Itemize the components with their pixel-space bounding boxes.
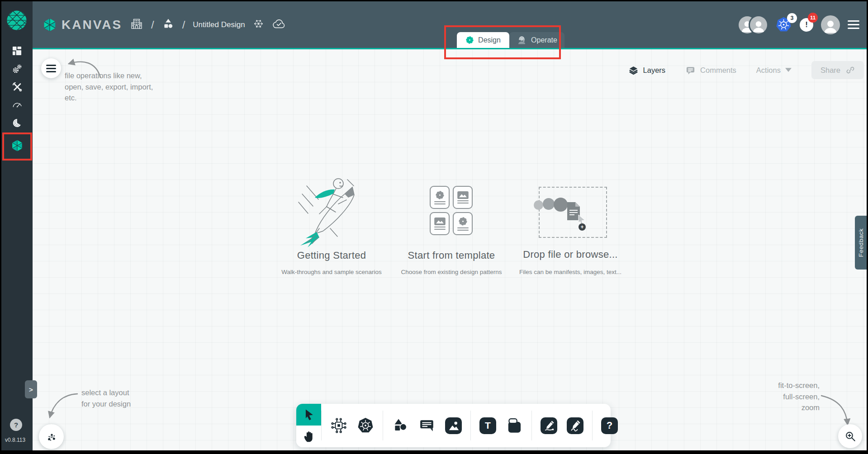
breadcrumb: / / Untitled Design [130, 1, 286, 48]
template-pinwheel-icon [435, 190, 445, 200]
drop-file-subtitle: Files can be manifests, images, text... [498, 269, 643, 275]
brand-wordmark: KANVAS [62, 18, 122, 32]
canvas-menu-icon [46, 65, 56, 72]
hand-icon [303, 430, 315, 443]
feedback-tab[interactable]: Feedback [855, 216, 867, 270]
component-tool[interactable] [330, 417, 347, 434]
comments-button[interactable]: Comments [685, 65, 736, 76]
canvas-menu-button[interactable] [41, 58, 61, 78]
left-sidebar: > ? v0.8.113 [1, 1, 33, 450]
text-tool[interactable]: T [479, 417, 496, 434]
template-tile[interactable] [453, 186, 473, 209]
select-tool[interactable] [296, 404, 321, 426]
pencil-icon [569, 419, 582, 432]
file-dropzone[interactable]: + [539, 187, 607, 238]
help-button[interactable]: ? [10, 419, 22, 431]
layers-button[interactable]: Layers [628, 65, 666, 76]
kanvas-logo-icon [43, 18, 57, 32]
organization-icon[interactable] [130, 17, 143, 33]
version-label: v0.8.113 [5, 437, 25, 443]
toolbar-group-draw [532, 417, 592, 434]
design-pinwheel-icon [465, 36, 474, 44]
template-tile[interactable] [430, 186, 450, 209]
dashboard-icon[interactable] [1, 45, 33, 57]
tab-design[interactable]: Design [457, 32, 509, 48]
kubernetes-icon [357, 417, 374, 434]
annotation-file-operations: file operations like new, open, save, ex… [65, 70, 153, 104]
workspace-shapes-icon[interactable] [162, 18, 175, 32]
extensions-icon[interactable] [1, 117, 33, 129]
drop-dot-medium [543, 198, 555, 210]
image-icon [447, 419, 460, 432]
operate-headset-icon [517, 35, 527, 45]
comment-tool[interactable] [418, 417, 436, 434]
share-button[interactable]: Share [811, 61, 864, 79]
kanvas-brand[interactable]: KANVAS [43, 1, 122, 48]
template-tile[interactable] [453, 212, 473, 235]
pen-icon [542, 419, 556, 432]
magnifier-plus-icon [844, 430, 856, 442]
design-name[interactable]: Untitled Design [193, 20, 245, 29]
kubernetes-tool[interactable] [357, 417, 374, 434]
sidebar-nav [1, 45, 33, 129]
sidebar-expand-chevron[interactable]: > [25, 380, 37, 398]
layers-label: Layers [643, 66, 666, 75]
shapes-icon [393, 418, 408, 433]
kanvas-app: > ? v0.8.113 KANVAS [1, 1, 867, 450]
configuration-tools-icon[interactable] [1, 81, 33, 93]
layer5-logo-icon[interactable] [6, 10, 27, 31]
tab-operate[interactable]: Operate [509, 32, 564, 48]
toolbar-group-annotate [383, 417, 470, 434]
mode-toggle: Design Operate [457, 32, 564, 48]
template-image-icon [434, 218, 446, 225]
shapes-tool[interactable] [392, 417, 409, 434]
template-tile[interactable] [430, 212, 450, 235]
drop-file-title[interactable]: Drop file or browse... [503, 249, 638, 260]
layout-selector-button[interactable] [39, 424, 64, 449]
image-tool[interactable] [445, 417, 462, 434]
kubernetes-context-button[interactable]: 3 [775, 16, 792, 33]
design-canvas[interactable]: file operations like new, open, save, ex… [33, 49, 867, 450]
pointer-tools [296, 404, 321, 447]
template-pinwheel-icon [458, 217, 468, 226]
collaborator-avatar-2[interactable] [750, 16, 767, 33]
collaborator-avatars[interactable] [739, 16, 767, 33]
getting-started-illustration [293, 174, 371, 249]
comments-label: Comments [700, 66, 736, 75]
start-from-template-title[interactable]: Start from template [384, 250, 519, 261]
actions-label: Actions [756, 66, 781, 75]
sidebar-item-kanvas[interactable] [1, 139, 33, 152]
performance-gauge-icon[interactable] [1, 99, 33, 111]
notifications-button[interactable]: ! 11 [800, 18, 813, 32]
section-tool[interactable] [506, 417, 523, 434]
annotation-select-layout: select a layout for your design [81, 387, 131, 409]
mesh-sync-icon[interactable] [253, 18, 264, 31]
sketch-tool[interactable] [567, 417, 583, 434]
comment-icon [419, 417, 435, 434]
header-right-cluster: 3 ! 11 [739, 1, 859, 48]
pan-tool[interactable] [296, 426, 321, 447]
tab-operate-label: Operate [531, 36, 557, 44]
header-menu-icon[interactable] [848, 20, 859, 29]
actions-dropdown[interactable]: Actions [756, 66, 792, 75]
section-tab-icon [506, 416, 523, 435]
toolbar-group-text: T [471, 417, 531, 434]
notification-count-badge: 11 [808, 13, 818, 23]
toolbar-group-components [322, 417, 383, 434]
feedback-label: Feedback [858, 228, 864, 257]
canvas-actionbar: Layers Comments Actions Share [628, 60, 864, 80]
getting-started-title[interactable]: Getting Started [264, 250, 399, 261]
tab-design-label: Design [478, 36, 501, 44]
lifecycle-gears-icon[interactable] [1, 63, 33, 75]
user-avatar[interactable] [821, 15, 840, 34]
plus-badge-icon: + [579, 223, 586, 231]
layers-icon [628, 65, 639, 76]
chip-icon [331, 417, 347, 434]
toolbar-group-help: ? [593, 417, 626, 434]
canvas-toolbar: T [296, 404, 611, 447]
cloud-saved-icon[interactable] [272, 19, 286, 31]
template-tiles[interactable] [430, 186, 473, 235]
help-tool[interactable]: ? [601, 417, 618, 434]
zoom-button[interactable] [838, 424, 862, 448]
pen-tool[interactable] [541, 417, 557, 434]
